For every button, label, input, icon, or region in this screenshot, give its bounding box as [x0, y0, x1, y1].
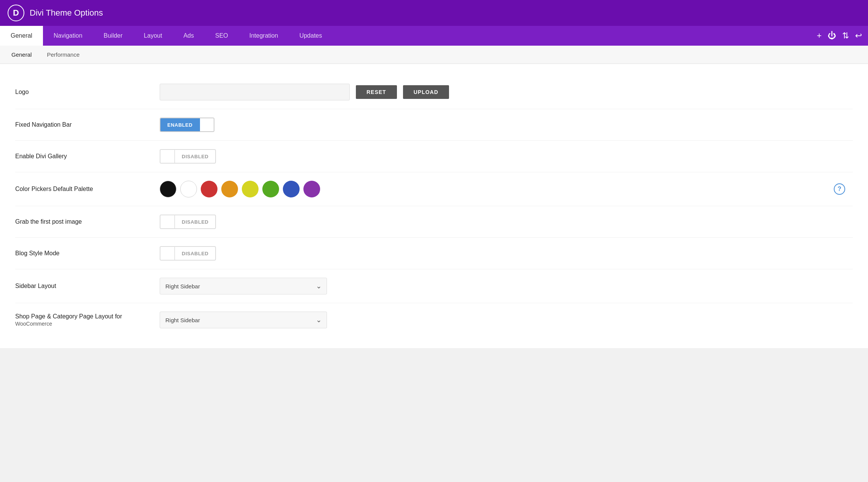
fixed-nav-toggle[interactable]: ENABLED	[160, 118, 214, 132]
logo-row: Logo RESET UPLOAD	[15, 75, 853, 109]
blog-style-row: Blog Style Mode DISABLED	[15, 238, 853, 269]
toggle-knob	[199, 118, 214, 131]
gallery-toggle[interactable]: DISABLED	[160, 149, 216, 164]
tab-builder[interactable]: Builder	[93, 26, 133, 46]
color-swatch-orange[interactable]	[221, 181, 238, 197]
subtab-performance[interactable]: Performance	[39, 46, 87, 64]
app-title: Divi Theme Options	[30, 8, 103, 18]
color-palette-row: Color Pickers Default Palette ?	[15, 172, 853, 206]
shop-layout-sublabel: WooCommerce	[15, 321, 160, 327]
color-palette-control: ?	[160, 181, 853, 197]
tab-layout[interactable]: Layout	[133, 26, 173, 46]
nav-actions: + ⏻ ⇅ ↩	[817, 26, 868, 46]
first-post-image-toggle-label: DISABLED	[175, 219, 215, 225]
color-swatch-red[interactable]	[201, 181, 217, 197]
tab-integration[interactable]: Integration	[239, 26, 289, 46]
gallery-toggle-label: DISABLED	[175, 154, 215, 159]
first-post-image-toggle[interactable]: DISABLED	[160, 215, 216, 229]
fixed-nav-label: Fixed Navigation Bar	[15, 121, 160, 128]
shop-layout-control: Right Sidebar Left Sidebar No Sidebar	[160, 312, 853, 328]
sidebar-layout-select[interactable]: Right Sidebar Left Sidebar No Sidebar	[160, 278, 327, 294]
settings-content: Logo RESET UPLOAD Fixed Navigation Bar E…	[0, 64, 868, 348]
gallery-control: DISABLED	[160, 149, 853, 164]
blog-style-control: DISABLED	[160, 246, 853, 261]
color-swatch-white[interactable]	[180, 181, 197, 197]
logo-input[interactable]	[160, 84, 350, 100]
shop-layout-row: Shop Page & Category Page Layout for Woo…	[15, 303, 853, 337]
first-post-image-control: DISABLED	[160, 215, 853, 229]
sidebar-layout-select-wrap: Right Sidebar Left Sidebar No Sidebar	[160, 278, 327, 294]
color-swatch-yellow[interactable]	[242, 181, 259, 197]
subtab-general[interactable]: General	[4, 46, 39, 64]
fixed-nav-control: ENABLED	[160, 118, 853, 132]
main-nav: General Navigation Builder Layout Ads SE…	[0, 26, 868, 46]
color-swatch-purple[interactable]	[303, 181, 320, 197]
blog-style-label: Blog Style Mode	[15, 250, 160, 257]
first-post-image-knob	[160, 215, 175, 228]
tab-ads[interactable]: Ads	[173, 26, 205, 46]
color-swatch-black[interactable]	[160, 181, 176, 197]
undo-button[interactable]: ↩	[855, 31, 862, 41]
color-swatch-green[interactable]	[262, 181, 279, 197]
logo-label: Logo	[15, 89, 160, 95]
gallery-row: Enable Divi Gallery DISABLED	[15, 141, 853, 172]
sidebar-layout-row: Sidebar Layout Right Sidebar Left Sideba…	[15, 269, 853, 303]
power-button[interactable]: ⏻	[828, 31, 836, 41]
sidebar-layout-label: Sidebar Layout	[15, 283, 160, 290]
shop-layout-select[interactable]: Right Sidebar Left Sidebar No Sidebar	[160, 312, 327, 328]
gallery-toggle-knob	[160, 150, 175, 163]
color-swatches	[160, 181, 834, 197]
shop-layout-label: Shop Page & Category Page Layout for	[15, 313, 160, 320]
blog-style-toggle-label: DISABLED	[175, 251, 215, 256]
upload-button[interactable]: UPLOAD	[403, 85, 449, 99]
tab-general[interactable]: General	[0, 26, 43, 46]
tab-navigation[interactable]: Navigation	[43, 26, 93, 46]
tab-seo[interactable]: SEO	[205, 26, 239, 46]
blog-style-toggle[interactable]: DISABLED	[160, 246, 216, 261]
color-palette-label: Color Pickers Default Palette	[15, 186, 160, 192]
toggle-enabled-label: ENABLED	[160, 118, 199, 131]
blog-style-knob	[160, 247, 175, 260]
app-logo: D	[8, 5, 24, 21]
add-button[interactable]: +	[817, 31, 822, 41]
shop-layout-select-wrap: Right Sidebar Left Sidebar No Sidebar	[160, 312, 327, 328]
sub-nav: General Performance	[0, 46, 868, 64]
app-header: D Divi Theme Options	[0, 0, 868, 26]
shop-layout-label-wrap: Shop Page & Category Page Layout for Woo…	[15, 313, 160, 327]
gallery-label: Enable Divi Gallery	[15, 153, 160, 160]
reset-button[interactable]: RESET	[356, 85, 397, 99]
tab-updates[interactable]: Updates	[289, 26, 333, 46]
color-swatch-blue[interactable]	[283, 181, 300, 197]
fixed-nav-row: Fixed Navigation Bar ENABLED	[15, 109, 853, 141]
help-icon[interactable]: ?	[834, 183, 845, 195]
logo-control: RESET UPLOAD	[160, 84, 853, 100]
first-post-image-label: Grab the first post image	[15, 218, 160, 225]
sidebar-layout-control: Right Sidebar Left Sidebar No Sidebar	[160, 278, 853, 294]
first-post-image-row: Grab the first post image DISABLED	[15, 206, 853, 238]
sort-button[interactable]: ⇅	[842, 31, 849, 41]
